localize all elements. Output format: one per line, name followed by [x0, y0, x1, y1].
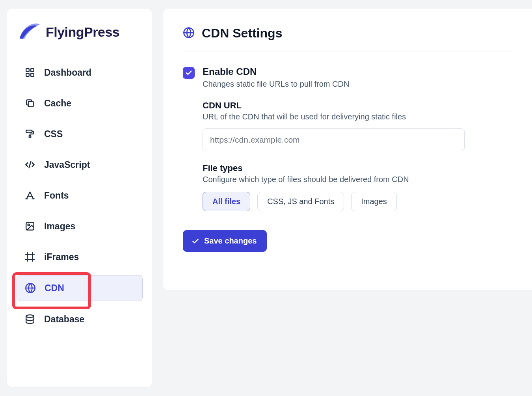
file-type-option-cssjsfonts[interactable]: CSS, JS and Fonts	[257, 192, 344, 211]
page-title: CDN Settings	[202, 26, 282, 41]
sidebar-item-cdn[interactable]: CDN	[17, 275, 143, 301]
chip-label: All files	[212, 197, 240, 206]
brand: FlyingPress	[17, 20, 143, 52]
file-types-desc: Configure which type of files should be …	[203, 175, 512, 184]
svg-rect-3	[31, 73, 34, 76]
sidebar-item-label: CDN	[45, 283, 64, 294]
sidebar-item-iframes[interactable]: iFrames	[17, 244, 143, 270]
sidebar-item-label: Cache	[44, 98, 71, 109]
sidebar-item-cache[interactable]: Cache	[17, 91, 143, 116]
sidebar-item-label: Dashboard	[44, 67, 91, 78]
sidebar-item-label: CSS	[44, 129, 63, 139]
chip-label: Images	[361, 197, 387, 206]
enable-cdn-checkbox[interactable]	[183, 67, 195, 79]
flyingpress-logo-icon	[19, 23, 40, 41]
sidebar-item-javascript[interactable]: JavaScript	[17, 152, 143, 177]
save-button[interactable]: Save changes	[183, 230, 267, 252]
enable-cdn-desc: Changes static file URLs to pull from CD…	[203, 80, 512, 89]
paint-roller-icon	[24, 128, 35, 139]
sidebar-item-label: JavaScript	[44, 160, 90, 170]
chip-label: CSS, JS and Fonts	[267, 197, 334, 206]
file-type-option-all[interactable]: All files	[203, 192, 250, 211]
sidebar-item-label: Images	[44, 221, 75, 232]
database-icon	[24, 314, 35, 325]
svg-rect-2	[26, 73, 29, 76]
cdn-url-desc: URL of the CDN that will be used for del…	[203, 112, 512, 121]
sidebar-nav: Dashboard Cache CSS JavaScript	[17, 60, 143, 332]
svg-rect-5	[26, 130, 32, 133]
globe-icon	[25, 283, 36, 294]
check-icon	[185, 69, 192, 76]
svg-rect-0	[26, 69, 29, 72]
sidebar-item-images[interactable]: Images	[17, 214, 143, 239]
cdn-url-input[interactable]	[203, 128, 465, 151]
save-button-label: Save changes	[204, 236, 257, 245]
sidebar-item-css[interactable]: CSS	[17, 121, 143, 147]
image-icon	[24, 221, 35, 232]
sidebar: FlyingPress Dashboard Cache CSS	[7, 9, 152, 387]
svg-line-7	[29, 162, 31, 168]
check-icon	[192, 237, 199, 245]
brand-name: FlyingPress	[46, 24, 119, 40]
svg-point-19	[26, 315, 34, 318]
enable-cdn-title: Enable CDN	[203, 66, 512, 77]
globe-icon	[183, 27, 195, 40]
file-types-field: File types Configure which type of files…	[203, 163, 512, 211]
sidebar-item-label: iFrames	[44, 252, 79, 262]
sidebar-item-database[interactable]: Database	[17, 307, 143, 332]
main-panel: CDN Settings Enable CDN Changes static f…	[163, 9, 532, 290]
svg-point-12	[28, 224, 30, 226]
enable-cdn-row: Enable CDN Changes static file URLs to p…	[183, 66, 512, 211]
sidebar-item-fonts[interactable]: Fonts	[17, 183, 143, 208]
cdn-url-title: CDN URL	[203, 100, 512, 111]
file-type-option-images[interactable]: Images	[351, 192, 397, 211]
file-types-options: All files CSS, JS and Fonts Images	[203, 192, 512, 211]
page-header: CDN Settings	[183, 26, 512, 52]
svg-rect-1	[31, 69, 34, 72]
sidebar-item-label: Database	[44, 314, 84, 325]
svg-rect-4	[28, 102, 33, 107]
grid-icon	[24, 67, 35, 78]
cdn-url-field: CDN URL URL of the CDN that will be used…	[203, 100, 512, 151]
sidebar-item-dashboard[interactable]: Dashboard	[17, 60, 143, 85]
file-types-title: File types	[203, 163, 512, 173]
svg-rect-6	[29, 135, 31, 138]
sidebar-item-label: Fonts	[44, 190, 69, 201]
copy-icon	[24, 98, 35, 109]
font-icon	[24, 190, 35, 201]
code-icon	[24, 159, 35, 170]
frame-icon	[24, 251, 35, 262]
